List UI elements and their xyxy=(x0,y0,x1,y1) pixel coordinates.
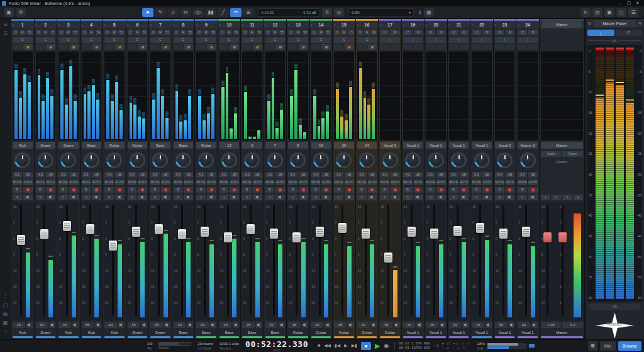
pan-knob[interactable] xyxy=(382,152,398,168)
automation-read-button[interactable]: R xyxy=(380,187,389,193)
fader-value[interactable]: 45 xyxy=(334,322,347,328)
read-button[interactable]: R xyxy=(226,30,232,35)
track-name-label[interactable]: Guitar xyxy=(128,142,148,149)
gain-value[interactable]: 5.5 xyxy=(288,172,297,178)
close-button[interactable]: ✕ xyxy=(633,1,642,6)
gain-value[interactable]: 5.0 xyxy=(128,172,137,178)
pan-knob[interactable] xyxy=(290,152,306,168)
record-arm-button[interactable] xyxy=(275,187,285,193)
solo-button[interactable] xyxy=(449,44,458,50)
sidebar-bottom-icon-4[interactable]: ◔ xyxy=(2,328,9,335)
channel-header[interactable]: ▸7 xyxy=(149,19,172,28)
auto-toggle[interactable]: AUTO xyxy=(482,179,492,185)
master-toggle-audio[interactable]: Audio xyxy=(541,151,562,157)
mute-button[interactable]: M xyxy=(115,44,125,50)
solo-button[interactable] xyxy=(104,44,114,50)
fader-value[interactable]: 10 xyxy=(311,322,324,328)
solo-button[interactable] xyxy=(380,44,389,50)
meter-tab-button[interactable]: ↓ xyxy=(587,30,614,36)
input-number[interactable]: 1 xyxy=(380,195,389,200)
record-arm-button[interactable] xyxy=(138,187,147,193)
input-number[interactable]: 4 xyxy=(13,195,22,200)
output-button[interactable] xyxy=(164,322,170,328)
output-button[interactable] xyxy=(95,322,101,328)
mute-button[interactable] xyxy=(460,44,469,50)
io-value[interactable]: 15 xyxy=(348,30,354,35)
send-button-2[interactable]: 2 xyxy=(552,195,561,200)
fader-value[interactable]: 33 xyxy=(265,322,278,328)
output-button[interactable] xyxy=(531,322,538,328)
pan-knob[interactable] xyxy=(198,152,214,168)
gain-value[interactable]: 0.5 xyxy=(13,172,22,178)
automation-read-button[interactable]: R xyxy=(357,187,367,193)
mute-button[interactable] xyxy=(482,44,492,50)
mute-toggle[interactable]: MUTE xyxy=(82,179,91,185)
mute-button[interactable]: M xyxy=(138,44,147,50)
open-button[interactable]: O xyxy=(242,30,248,35)
monitor-speaker-icon[interactable] xyxy=(368,195,377,200)
bottom-track-name[interactable]: Kick xyxy=(80,330,103,336)
io-value[interactable]: 51 xyxy=(164,30,170,35)
bottom-track-name[interactable]: Snare xyxy=(126,330,149,336)
auto-toggle[interactable]: AUTO xyxy=(506,179,515,185)
mute-button[interactable]: M xyxy=(92,44,101,50)
bus-selector[interactable]: 01 xyxy=(586,37,644,44)
fader-handle[interactable] xyxy=(109,241,117,251)
monitor-speaker-icon[interactable] xyxy=(138,195,147,200)
io-value[interactable]: 53 xyxy=(142,30,147,35)
open-button[interactable]: O xyxy=(219,30,225,35)
transport-button-0[interactable]: ■ xyxy=(318,341,320,350)
solo-button[interactable] xyxy=(518,44,527,50)
gain-value[interactable]: 5.0 xyxy=(518,172,527,178)
fader-value[interactable]: 85 xyxy=(82,322,94,328)
input-number[interactable]: 2 xyxy=(288,195,297,200)
output-button[interactable] xyxy=(279,322,285,328)
input-number[interactable]: 3 xyxy=(265,195,275,200)
fader-value[interactable]: 44 xyxy=(104,322,117,328)
solo-button[interactable] xyxy=(334,44,343,50)
bottom-track-name[interactable]: Vocal 1 xyxy=(448,330,470,336)
auto-toggle[interactable]: AUTO xyxy=(207,179,216,185)
master-bottom-name[interactable]: Master xyxy=(540,330,584,336)
mute-button[interactable]: M xyxy=(275,44,285,50)
sidebar-top-icon-1[interactable]: ☰ xyxy=(2,30,9,37)
play-button[interactable]: ▶ xyxy=(375,341,380,350)
bottom-track-name[interactable]: Kick xyxy=(11,330,34,336)
fader-value[interactable]: 15 xyxy=(128,322,140,328)
channel-mode-button[interactable]: C xyxy=(82,37,102,43)
open-button[interactable]: O xyxy=(128,30,133,35)
gain-unit[interactable]: dB xyxy=(275,172,285,178)
mute-button[interactable]: M xyxy=(345,44,354,50)
mute-button[interactable]: M xyxy=(46,44,55,50)
track-name-label[interactable]: 24 xyxy=(357,142,377,149)
record-arm-button[interactable] xyxy=(253,187,262,193)
bottom-track-name[interactable]: Kick xyxy=(57,330,80,336)
fader-handle[interactable] xyxy=(384,253,392,263)
mute-toggle[interactable]: MUTE xyxy=(472,179,481,185)
gain-value[interactable]: 0.0 xyxy=(150,172,160,178)
fader-handle[interactable] xyxy=(408,227,416,237)
track-name-label[interactable]: 6 xyxy=(242,142,262,149)
gain-value[interactable]: 4.5 xyxy=(495,172,504,178)
auto-toggle[interactable]: AUTO xyxy=(391,179,400,185)
pan-knob[interactable] xyxy=(497,152,513,168)
record-arm-button[interactable] xyxy=(528,187,538,193)
channel-mode-button[interactable]: I xyxy=(380,37,400,43)
input-number[interactable]: 4 xyxy=(174,195,183,200)
fader-value[interactable]: 33 xyxy=(449,322,462,328)
open-button[interactable]: O xyxy=(13,30,18,35)
auto-toggle[interactable]: AUTO xyxy=(230,179,239,185)
auto-toggle[interactable]: AUTO xyxy=(161,179,170,185)
bottom-track-name[interactable]: Vocal 1 xyxy=(470,330,493,336)
gain-unit[interactable]: dB xyxy=(115,172,125,178)
fader-handle[interactable] xyxy=(40,229,48,239)
solo-button[interactable] xyxy=(128,44,137,50)
monitor-speaker-icon[interactable] xyxy=(92,195,101,200)
mute-toggle[interactable]: MUTE xyxy=(196,179,206,185)
fader-handle[interactable] xyxy=(270,229,278,239)
monitor-speaker-icon[interactable] xyxy=(69,195,79,200)
gain-value[interactable]: 4.3 xyxy=(196,172,206,178)
pan-knob[interactable] xyxy=(244,152,260,168)
automation-read-button[interactable]: R xyxy=(472,187,481,193)
sidebar-top-icon-0[interactable]: ⊟ xyxy=(2,21,9,28)
